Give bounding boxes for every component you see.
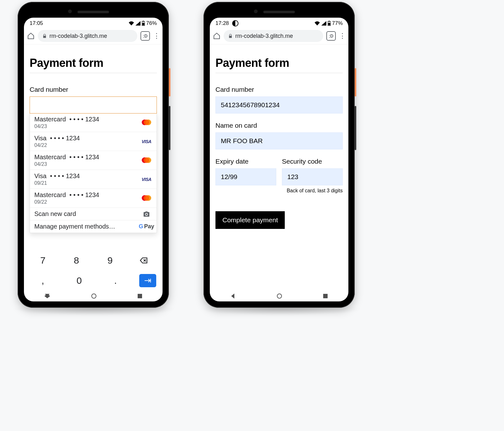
expiry-input[interactable] bbox=[215, 168, 276, 185]
status-time: 17:05 bbox=[30, 20, 43, 26]
visa-icon: VISA bbox=[141, 177, 152, 182]
svg-point-8 bbox=[277, 294, 282, 298]
nav-home-icon[interactable] bbox=[277, 294, 282, 300]
system-nav-bar bbox=[24, 292, 163, 301]
key-next[interactable] bbox=[139, 274, 156, 287]
card-number-label: Card number bbox=[30, 86, 157, 93]
autofill-card-option[interactable]: Mastercard • • • • 1234 04/23 bbox=[30, 113, 157, 132]
battery-text: 76% bbox=[146, 20, 157, 26]
card-number-input[interactable] bbox=[30, 96, 157, 114]
name-label: Name on card bbox=[215, 122, 343, 129]
card-number-label: Card number bbox=[215, 86, 343, 93]
svg-rect-7 bbox=[328, 23, 330, 26]
autofill-manage[interactable]: Manage payment methods… G Pay bbox=[30, 220, 157, 233]
card-number-input[interactable] bbox=[215, 96, 343, 114]
autofill-popup: Mastercard • • • • 1234 04/23 Visa • • •… bbox=[30, 113, 157, 233]
autofill-card-option[interactable]: Visa • • • • 1234 04/22 VISA bbox=[30, 132, 157, 151]
battery-text: 77% bbox=[332, 20, 343, 26]
page-content: Payment form Card number Name on card Ex… bbox=[210, 44, 348, 235]
phone-left: 17:05 76% rm-codelab-3.glitch.me :D ⋮ bbox=[18, 2, 169, 308]
url-bar[interactable]: rm-codelab-3.glitch.me bbox=[224, 30, 323, 42]
overflow-menu-icon[interactable]: ⋮ bbox=[339, 32, 345, 39]
wifi-icon bbox=[314, 21, 320, 26]
expiry-label: Expiry date bbox=[215, 158, 276, 165]
autofill-card-option[interactable]: Mastercard • • • • 1234 04/23 bbox=[30, 151, 157, 170]
phone-right: 17:28 77% rm-codelab-3.glitch.me bbox=[203, 2, 355, 308]
mastercard-icon bbox=[141, 119, 152, 126]
autofill-card-option[interactable]: Mastercard • • • • 1234 09/22 bbox=[30, 189, 157, 208]
url-bar[interactable]: rm-codelab-3.glitch.me bbox=[38, 30, 137, 42]
key-7[interactable]: 7 bbox=[30, 253, 55, 268]
key-comma[interactable]: , bbox=[30, 273, 55, 288]
url-text: rm-codelab-3.glitch.me bbox=[235, 33, 293, 39]
camera-icon bbox=[141, 211, 152, 218]
mastercard-icon bbox=[141, 157, 152, 164]
battery-icon bbox=[328, 21, 331, 26]
page-content: Payment form Card number Mastercard • • … bbox=[24, 44, 163, 239]
key-9[interactable]: 9 bbox=[97, 253, 123, 268]
cvc-input[interactable] bbox=[282, 168, 343, 185]
signal-icon bbox=[321, 21, 326, 26]
autofill-card-option[interactable]: Visa • • • • 1234 09/21 VISA bbox=[30, 170, 157, 189]
separator bbox=[30, 73, 157, 73]
page-title: Payment form bbox=[30, 56, 157, 70]
tab-switcher[interactable]: :D bbox=[140, 31, 150, 41]
home-icon[interactable] bbox=[27, 32, 35, 40]
overflow-menu-icon[interactable]: ⋮ bbox=[153, 32, 159, 39]
data-saver-icon bbox=[232, 20, 238, 26]
svg-rect-4 bbox=[138, 294, 142, 298]
cvc-hint: Back of card, last 3 digits bbox=[282, 188, 343, 194]
nav-back-icon[interactable] bbox=[231, 294, 236, 300]
nav-back-icon[interactable] bbox=[44, 294, 50, 300]
home-icon[interactable] bbox=[213, 32, 220, 40]
gpay-icon: G Pay bbox=[141, 223, 152, 230]
numeric-keyboard: 7 8 9 , 0 . bbox=[24, 248, 163, 292]
nav-home-icon[interactable] bbox=[91, 294, 96, 300]
autofill-scan-card[interactable]: Scan new card bbox=[30, 208, 157, 220]
name-input[interactable] bbox=[215, 132, 343, 149]
visa-icon: VISA bbox=[141, 139, 152, 144]
cvc-label: Security code bbox=[282, 158, 343, 165]
separator bbox=[215, 73, 343, 73]
wifi-icon bbox=[129, 21, 134, 26]
key-0[interactable]: 0 bbox=[66, 273, 92, 288]
mastercard-icon bbox=[141, 195, 152, 201]
browser-toolbar: rm-codelab-3.glitch.me :D ⋮ bbox=[210, 28, 348, 44]
status-bar: 17:28 77% bbox=[210, 18, 348, 28]
url-text: rm-codelab-3.glitch.me bbox=[49, 33, 107, 39]
tab-switcher[interactable]: :D bbox=[326, 31, 336, 41]
key-backspace[interactable] bbox=[131, 253, 156, 268]
nav-recents-icon[interactable] bbox=[323, 294, 328, 300]
key-dot[interactable]: . bbox=[103, 273, 128, 288]
submit-button[interactable]: Complete payment bbox=[215, 211, 285, 229]
lock-icon bbox=[42, 34, 47, 38]
lock-icon bbox=[228, 34, 233, 38]
browser-toolbar: rm-codelab-3.glitch.me :D ⋮ bbox=[24, 28, 163, 44]
nav-recents-icon[interactable] bbox=[138, 294, 142, 300]
status-time: 17:28 bbox=[215, 20, 229, 26]
key-8[interactable]: 8 bbox=[64, 253, 89, 268]
battery-icon bbox=[142, 21, 145, 26]
svg-rect-9 bbox=[323, 294, 328, 298]
svg-point-3 bbox=[92, 294, 96, 298]
signal-icon bbox=[135, 21, 140, 26]
system-nav-bar bbox=[210, 292, 348, 301]
page-title: Payment form bbox=[215, 56, 343, 70]
status-bar: 17:05 76% bbox=[24, 18, 163, 28]
svg-rect-2 bbox=[142, 23, 144, 26]
